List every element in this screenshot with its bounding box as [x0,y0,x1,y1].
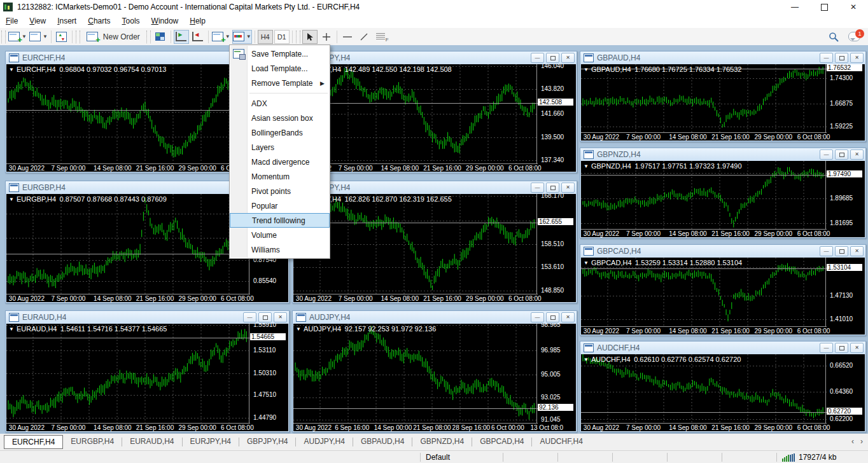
tab-gbpjpy-h4[interactable]: GBPJPY,H4 [239,435,295,448]
notification-icon[interactable]: 1 [848,32,860,41]
time-axis[interactable]: 30 Aug 20226 Sep 16:0014 Sep 00:0021 Sep… [293,423,538,431]
chart-area[interactable]: ▼AUDJPY,H4 92.157 92.253 91.972 92.13698… [293,324,576,431]
time-axis[interactable]: 30 Aug 20227 Sep 00:0014 Sep 08:0021 Sep… [293,294,538,302]
price-axis[interactable]: 1.471301.410101.53104 [825,258,865,326]
time-axis[interactable]: 30 Aug 20227 Sep 00:0014 Sep 08:0021 Sep… [6,163,250,172]
menu-item-macd-divergence[interactable]: Macd divergence [230,155,330,169]
chart-minimize-button[interactable]: — [820,149,833,160]
toolbar-grip[interactable] [146,31,151,43]
period-d1-button[interactable]: D1 [274,30,290,44]
chart-window-titlebar[interactable]: GBPNZD,H4—✕ [580,148,865,161]
menubar-item-help[interactable]: Help [184,15,211,27]
trendline-button[interactable] [356,30,372,44]
tab-scroll-right-icon[interactable]: › [860,437,863,446]
time-axis[interactable]: 30 Aug 20227 Sep 00:0014 Sep 08:0021 Sep… [581,229,827,237]
menu-item-popular[interactable]: Popular [230,198,330,213]
market-watch-button[interactable] [54,30,69,44]
chart-minimize-button[interactable]: — [243,312,256,322]
symbol-dropdown-icon[interactable]: ▼ [584,67,589,73]
tab-gbpnzd-h4[interactable]: GBPNZD,H4 [412,435,472,448]
time-axis[interactable]: 30 Aug 20227 Sep 00:0014 Sep 08:0021 Sep… [6,423,250,431]
chart-close-button[interactable]: ✕ [561,183,575,193]
tab-gbpcad-h4[interactable]: GBPCAD,H4 [472,435,531,448]
chart-window-titlebar[interactable]: AUDCHF,H4—✕ [580,342,865,354]
chart-minimize-button[interactable]: — [531,183,544,193]
chart-area[interactable]: ▼EURJPY,H4 142.489 142.550 142.198 142.5… [293,64,576,172]
cursor-button[interactable] [302,30,318,44]
menubar-item-insert[interactable]: Insert [52,15,82,27]
restore-button[interactable] [809,0,839,14]
chart-maximize-button[interactable] [546,183,559,193]
symbol-dropdown-icon[interactable]: ▼ [584,163,589,169]
toolbar-grip[interactable] [296,31,300,43]
price-axis[interactable]: 1.743001.668751.592251.76532 [825,64,865,132]
chart-close-button[interactable]: ✕ [850,246,864,256]
chart-close-button[interactable]: ✕ [274,312,287,322]
symbol-dropdown-icon[interactable]: ▼ [296,326,301,332]
symbol-dropdown-icon[interactable]: ▼ [9,67,14,73]
menu-item-layers[interactable]: Layers [230,140,330,155]
menu-item-load-template[interactable]: Load Template... [230,61,330,76]
chart-window-titlebar[interactable]: EURAUD,H4—✕ [6,311,289,324]
chart-minimize-button[interactable]: — [820,343,833,353]
chart-maximize-button[interactable] [835,149,848,160]
tab-scroll-left-icon[interactable]: ‹ [851,437,854,446]
menubar-item-window[interactable]: Window [146,15,185,27]
chart-area[interactable]: ▼GBPCAD,H4 1.53259 1.53314 1.52880 1.531… [581,258,865,335]
time-axis[interactable]: 30 Aug 20227 Sep 00:0014 Sep 08:0021 Sep… [581,423,827,431]
tab-audjpy-h4[interactable]: AUDJPY,H4 [296,435,352,448]
chart-close-button[interactable]: ✕ [850,53,864,63]
chart-minimize-button[interactable]: — [820,53,833,63]
chart-minimize-button[interactable]: — [531,312,544,322]
symbol-dropdown-icon[interactable]: ▼ [9,197,14,202]
symbol-dropdown-icon[interactable]: ▼ [584,260,589,266]
price-axis[interactable]: 146.040143.820141.660139.500137.340142.5… [536,64,576,163]
tab-eurchf-h4[interactable]: EURCHF,H4 [4,435,63,449]
symbol-dropdown-icon[interactable]: ▼ [9,326,14,332]
new-chart-button[interactable]: ▼ [8,30,27,44]
price-axis[interactable]: 1.896851.816951.97490 [825,161,865,229]
chart-area[interactable]: ▼GBPNZD,H4 1.97517 1.97751 1.97323 1.974… [581,161,865,237]
menu-item-asian-session-box[interactable]: Asian session box [230,111,330,125]
time-axis[interactable]: 30 Aug 20227 Sep 00:0014 Sep 08:0021 Sep… [6,294,250,302]
menu-item-save-template[interactable]: Save Template... [230,46,330,61]
profile-cell[interactable]: Default [420,453,503,462]
chart-window-titlebar[interactable]: GBPAUD,H4—✕ [580,52,865,64]
menu-item-trend-folllowing[interactable]: Trend folllowing [230,213,330,228]
menu-item-williams[interactable]: Williams [230,242,330,257]
menu-item-adx[interactable]: ADX [230,96,330,111]
chart-maximize-button[interactable] [546,312,559,322]
menu-item-bollingerbands[interactable]: BollingerBands [230,125,330,140]
chart-area[interactable]: ▼GBPAUD,H4 1.76680 1.76725 1.76334 1.765… [581,64,865,141]
chart-minimize-button[interactable]: — [820,246,833,256]
symbol-dropdown-icon[interactable]: ▼ [584,357,589,363]
chart-maximize-button[interactable] [835,246,848,256]
crosshair-button[interactable] [319,30,334,44]
chart-maximize-button[interactable] [258,312,272,322]
chart-window-titlebar[interactable]: EURJPY,H4—✕ [293,52,577,64]
chart-maximize-button[interactable] [835,343,848,353]
period-h4-button[interactable]: H4 [258,30,273,44]
menubar-item-file[interactable]: File [0,15,24,27]
auto-scroll-button[interactable] [174,30,189,44]
close-button[interactable]: ✕ [839,0,868,14]
templates-button[interactable]: ▼ [232,30,252,44]
time-axis[interactable]: 30 Aug 20227 Sep 00:0014 Sep 08:0021 Sep… [581,326,827,335]
chart-maximize-button[interactable] [546,53,559,63]
tab-eurjpy-h4[interactable]: EURJPY,H4 [183,435,239,448]
profiles-button[interactable]: ▼ [29,30,48,44]
tile-windows-button[interactable] [153,30,168,44]
price-axis[interactable]: 0.665200.643600.622000.62720 [825,354,865,423]
tab-gbpaud-h4[interactable]: GBPAUD,H4 [353,435,412,448]
chart-close-button[interactable]: ✕ [850,149,864,160]
chart-minimize-button[interactable]: — [531,53,544,63]
menubar-item-charts[interactable]: Charts [82,15,116,27]
chart-maximize-button[interactable] [835,53,848,63]
horizontal-line-button[interactable] [340,30,355,44]
tab-eurgbp-h4[interactable]: EURGBP,H4 [63,435,122,448]
menu-item-momentum[interactable]: Momentum [230,169,330,184]
toolbar-grip[interactable] [1,31,6,43]
tab-euraud-h4[interactable]: EURAUD,H4 [122,435,181,448]
fibonacci-button[interactable] [373,30,388,44]
chart-shift-button[interactable] [190,30,206,44]
